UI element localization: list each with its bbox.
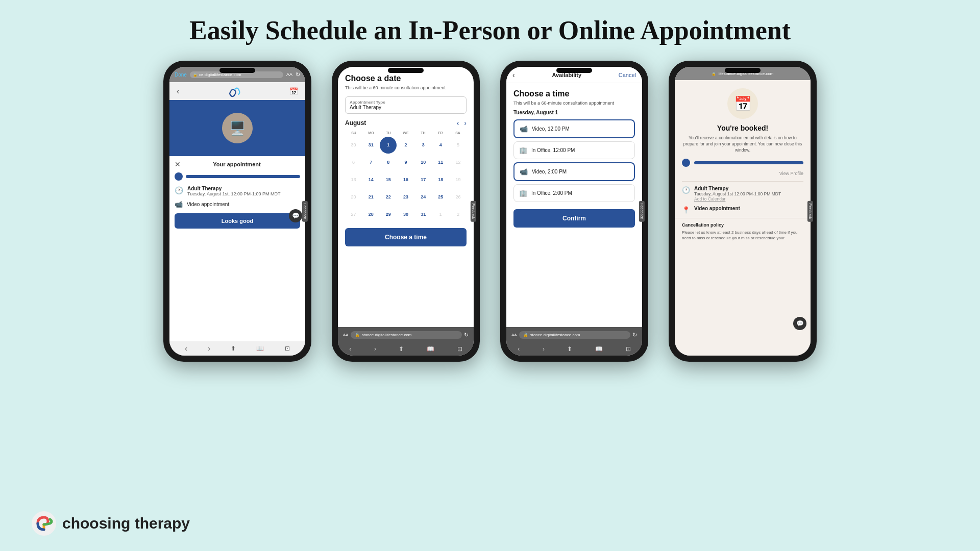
- booked-video-icon: 📍: [682, 206, 690, 214]
- cal-day-9[interactable]: 9: [397, 154, 414, 171]
- phone1-nav: ‹ 📅: [169, 82, 305, 100]
- cal-day-30-prev: 30: [345, 137, 362, 154]
- confirm-button[interactable]: Confirm: [513, 209, 635, 228]
- appt-info-details: Adult Therapy Tuesday, August 1st, 12:00…: [187, 186, 281, 196]
- appt-type-field-value: Adult Therapy: [350, 105, 462, 110]
- looks-good-wrapper: Looks good 💬: [175, 213, 300, 229]
- phone2-reload[interactable]: ↻: [464, 332, 469, 338]
- cal-day-8[interactable]: 8: [380, 154, 397, 171]
- add-calendar-link[interactable]: Add to Calendar: [694, 196, 781, 202]
- cal-day-7[interactable]: 7: [362, 154, 379, 171]
- cal-day-11[interactable]: 11: [432, 154, 449, 171]
- phone1-text-size[interactable]: AA: [286, 72, 292, 77]
- done-button[interactable]: Done: [175, 72, 187, 78]
- cancel-policy-title: Cancellation policy: [682, 222, 803, 228]
- cal-day-29[interactable]: 29: [380, 206, 397, 223]
- time-option-office-2[interactable]: 🏢 In Office, 2:00 PM: [513, 184, 635, 202]
- cal-day-5: 5: [450, 137, 467, 154]
- cal-day-24[interactable]: 24: [415, 189, 432, 206]
- cal-day-10[interactable]: 10: [415, 154, 432, 171]
- phone3-text-size[interactable]: AA: [511, 333, 517, 337]
- cal-day-16[interactable]: 16: [397, 171, 414, 188]
- calendar-prev-button[interactable]: ‹: [457, 119, 459, 127]
- choosing-therapy-logo: [31, 510, 57, 537]
- cal-day-23[interactable]: 23: [397, 189, 414, 206]
- cal-day-30[interactable]: 30: [397, 206, 414, 223]
- strikethrough-text: miss or reschedule: [741, 236, 775, 240]
- cal-day-1-next: 1: [432, 206, 449, 223]
- back-nav-button[interactable]: ‹: [185, 344, 187, 353]
- cal-day-21[interactable]: 21: [362, 189, 379, 206]
- phone1-back-arrow[interactable]: ‹: [177, 87, 179, 96]
- bookmarks-button[interactable]: 📖: [256, 345, 264, 352]
- cal-day-18[interactable]: 18: [432, 171, 449, 188]
- time-option-label-2: In Office, 12:00 PM: [531, 147, 575, 153]
- phone2-url-bar: 🔒 stance.digitallifestance.com: [351, 331, 462, 339]
- forward-nav-button[interactable]: ›: [208, 344, 210, 353]
- cal-day-2-next: 2: [450, 206, 467, 223]
- chat-bubble-button[interactable]: 💬: [289, 209, 302, 222]
- phone4-feedback-tab[interactable]: Feedback: [807, 201, 813, 222]
- office-option-icon-2: 🏢: [519, 189, 527, 197]
- time-option-video-2[interactable]: 📹 Video, 2:00 PM: [513, 162, 635, 181]
- phone-4: lifestance.digitallifestance.com 📅 You'r…: [669, 61, 817, 362]
- appt-card-title: Your appointment: [213, 161, 260, 167]
- close-button[interactable]: ✕: [175, 160, 181, 168]
- p2-fwd-btn[interactable]: ›: [374, 345, 376, 353]
- appt-video-row: 📹 Video appointment: [175, 201, 300, 208]
- cal-day-25[interactable]: 25: [432, 189, 449, 206]
- cal-day-14[interactable]: 14: [362, 171, 379, 188]
- phone1-reload[interactable]: ↻: [296, 71, 300, 78]
- phone3-back-button[interactable]: ‹: [512, 71, 515, 79]
- p2-share-btn[interactable]: ⬆: [399, 345, 404, 353]
- cal-day-22[interactable]: 22: [380, 189, 397, 206]
- p3-tabs-btn[interactable]: ⊡: [626, 345, 631, 353]
- office-option-icon-1: 🏢: [519, 146, 527, 154]
- p3-share-btn[interactable]: ⬆: [567, 345, 572, 353]
- phone3-feedback-tab[interactable]: Feedback: [639, 201, 645, 222]
- p2-back-btn[interactable]: ‹: [349, 345, 351, 353]
- cal-day-12: 12: [450, 154, 467, 171]
- cal-day-17[interactable]: 17: [415, 171, 432, 188]
- cal-day-31[interactable]: 31: [362, 137, 379, 154]
- p3-back-btn[interactable]: ‹: [518, 345, 520, 353]
- cal-day-2[interactable]: 2: [397, 137, 414, 154]
- booked-appt-type: Adult Therapy: [694, 186, 781, 191]
- choose-time-subtitle: This will be a 60-minute consultation ap…: [513, 101, 635, 106]
- time-option-video-12[interactable]: 📹 Video, 12:00 PM: [513, 119, 635, 138]
- phone2-feedback-tab[interactable]: Feedback: [471, 201, 476, 222]
- p2-tabs-btn[interactable]: ⊡: [457, 345, 462, 353]
- clock-icon: 🕐: [175, 186, 183, 194]
- video-detail-row: 📍 Video appointment: [675, 206, 811, 214]
- phone4-chat-button[interactable]: 💬: [793, 317, 806, 330]
- cal-day-31b[interactable]: 31: [415, 206, 432, 223]
- phone1-calendar-icon[interactable]: 📅: [289, 87, 298, 95]
- phone2-nav-bar: ‹ › ⬆ 📖 ⊡: [338, 342, 474, 356]
- cal-day-15[interactable]: 15: [380, 171, 397, 188]
- p2-book-btn[interactable]: 📖: [427, 345, 434, 353]
- time-option-office-12[interactable]: 🏢 In Office, 12:00 PM: [513, 141, 635, 159]
- cancel-button[interactable]: Cancel: [619, 72, 636, 78]
- booked-appt-date: Tuesday, August 1st 12:00 PM-1:00 PM MDT: [694, 191, 781, 196]
- cal-day-28[interactable]: 28: [362, 206, 379, 223]
- cal-day-4[interactable]: 4: [432, 137, 449, 154]
- p3-book-btn[interactable]: 📖: [595, 345, 603, 353]
- phone2-text-size[interactable]: AA: [343, 333, 349, 337]
- tabs-button[interactable]: ⊡: [285, 345, 290, 352]
- booked-icon-area: 📅: [675, 80, 811, 124]
- phone1-feedback-tab[interactable]: Feedback: [302, 201, 308, 222]
- calendar-next-button[interactable]: ›: [464, 119, 467, 127]
- cal-day-3[interactable]: 3: [415, 137, 432, 154]
- view-profile-link[interactable]: View Profile: [675, 171, 811, 176]
- phone4-content: 📅 You're booked! You'll receive a confir…: [675, 80, 811, 356]
- p3-fwd-btn[interactable]: ›: [543, 345, 545, 353]
- choose-time-button[interactable]: Choose a time: [345, 228, 467, 246]
- phone3-reload[interactable]: ↻: [632, 332, 637, 338]
- looks-good-button[interactable]: Looks good: [175, 213, 300, 229]
- appt-info-row: 🕐 Adult Therapy Tuesday, August 1st, 12:…: [175, 186, 300, 196]
- phone3-screen: ‹ Availability Cancel Choose a time This…: [506, 67, 642, 356]
- cal-day-1[interactable]: 1: [380, 137, 397, 154]
- cal-day-27: 27: [345, 206, 362, 223]
- share-button[interactable]: ⬆: [231, 345, 236, 352]
- weekday-mo: MO: [362, 130, 380, 136]
